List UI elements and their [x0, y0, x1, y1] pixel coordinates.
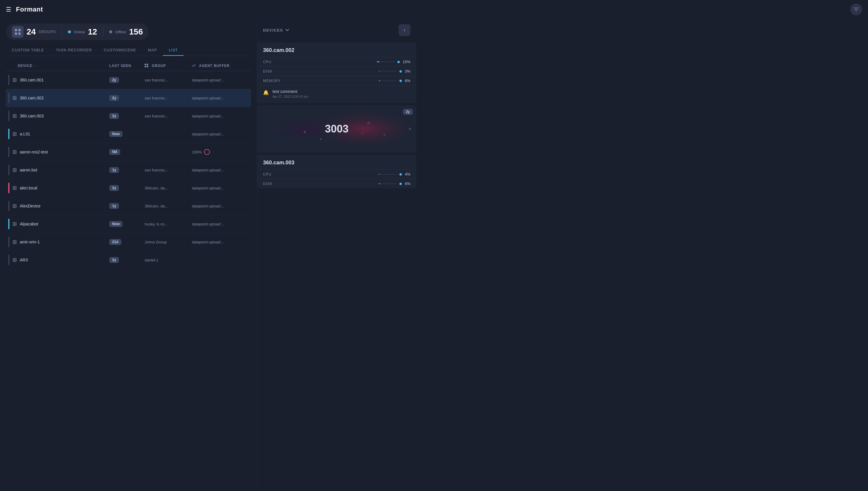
agent-cell: datapoint upload:...: [192, 114, 251, 118]
hamburger-icon[interactable]: ☰: [6, 6, 11, 13]
stat-name-disk: DISK: [263, 69, 273, 74]
last-seen-cell: 2y: [109, 257, 145, 263]
device-name-cell: ⊞ 360.cam.002: [6, 93, 109, 103]
stat-bar-container: 4%: [379, 172, 410, 176]
badge: 2y: [109, 257, 119, 263]
memory-bar-fill: [379, 80, 380, 81]
device-label: 360.cam.001: [20, 78, 44, 82]
tab-list[interactable]: LIST: [163, 45, 184, 56]
left-panel: 24 GROUPS Online 12 Offline 156 CUSTOM T…: [0, 19, 257, 491]
offline-label: Offline: [115, 30, 126, 34]
table-row[interactable]: ⊞ aaron-ros2-test 5M 100%: [6, 143, 251, 161]
device-name-cell: ⊞ 360.cam.003: [6, 111, 109, 121]
stats-offline: Offline 156: [103, 27, 143, 36]
svg-point-18: [384, 134, 385, 136]
device-label: AR3: [20, 258, 28, 262]
agent-cell: datapoint upload:...: [192, 78, 251, 82]
table-row[interactable]: ⊞ 360.cam.002 2y san francisc... datapoi…: [6, 89, 251, 107]
tab-map[interactable]: MAP: [142, 45, 163, 56]
device-icon: ⊞: [12, 239, 17, 245]
svg-rect-8: [147, 64, 148, 65]
comment-text: test comment: [273, 89, 308, 94]
stat-bar-container: 3%: [379, 69, 410, 74]
svg-rect-5: [15, 32, 17, 35]
col-last-seen: LAST SEEN: [109, 64, 145, 68]
filter-button[interactable]: [850, 3, 862, 16]
table-row[interactable]: ⊞ 360.cam.003 2y san francisc... datapoi…: [6, 107, 251, 125]
col-device[interactable]: DEVICE ↑: [6, 64, 109, 68]
device-label: aaron-ros2-test: [20, 150, 48, 154]
col-last-seen-label: LAST SEEN: [109, 64, 131, 68]
group-cell: 360cam, da...: [145, 204, 192, 208]
stats-bar: 24 GROUPS Online 12 Offline 156: [6, 24, 149, 40]
row-indicator: [8, 93, 9, 103]
agent-cell: 100%: [192, 149, 251, 155]
expand-arrow: ›: [403, 27, 405, 33]
table-row[interactable]: ⊞ 360.cam.001 2y san francisc... datapoi…: [6, 71, 251, 89]
online-label: Online: [74, 30, 85, 34]
device-name-cell: ⊞ AlexDevice: [6, 201, 109, 211]
last-seen-cell: 2y: [109, 77, 145, 83]
row-indicator: [8, 219, 9, 229]
chart-icon: [192, 64, 196, 68]
svg-point-19: [361, 133, 363, 134]
device-icon: ⊞: [12, 185, 17, 191]
tab-customscene[interactable]: CUSTOMSCENE: [98, 45, 142, 56]
tab-custom-table[interactable]: CUSTOM TABLE: [6, 45, 50, 56]
table-row[interactable]: ⊞ AR3 2y daniel-1: [6, 251, 251, 269]
table-row[interactable]: ⊞ alen.local 2y 360cam, da... datapoint …: [6, 179, 251, 197]
device-icon: ⊞: [12, 257, 17, 263]
badge: 1y: [109, 203, 119, 209]
row-indicator: [8, 111, 9, 121]
badge: 21d: [109, 239, 121, 245]
col-agent-label: AGENT BUFFER: [199, 64, 230, 68]
table-row[interactable]: ⊞ AlexDevice 1y 360cam, da... datapoint …: [6, 197, 251, 215]
stat-name-disk: DISK: [263, 182, 273, 186]
last-seen-cell: 2y: [109, 95, 145, 101]
agent-cell: datapoint upload:...: [192, 204, 251, 208]
device-name-cell: ⊞ 360.cam.001: [6, 75, 109, 85]
cpu-dot: [397, 61, 400, 63]
device-label: a.t.01: [20, 132, 30, 136]
last-seen-cell: 2y: [109, 113, 145, 119]
badge: 1y: [109, 167, 119, 173]
disk-bar: [379, 183, 396, 184]
svg-point-16: [409, 128, 411, 130]
groups-count: 24: [27, 27, 36, 36]
device-icon: ⊞: [12, 203, 17, 209]
disk-value: 6%: [405, 181, 410, 186]
table-row[interactable]: ⊞ Alpacabot Now husky, ls co... datapoin…: [6, 215, 251, 233]
row-indicator: [8, 255, 9, 265]
device-label: 360.cam.003: [20, 114, 44, 118]
disk-dot: [399, 183, 402, 185]
device-label: Alpacabot: [20, 222, 38, 226]
cpu-dot: [399, 173, 402, 176]
cpu-bar: [377, 61, 394, 62]
svg-rect-4: [18, 29, 21, 31]
badge: 2y: [109, 77, 119, 83]
app-logo: Formant: [16, 6, 43, 13]
table-row[interactable]: ⊞ amir-orin-1 21d Johns Group datapoint …: [6, 233, 251, 251]
group-icon: [145, 64, 149, 68]
viz-card: 2y 3003: [257, 105, 416, 152]
offline-count: 156: [129, 27, 143, 36]
device-label: amir-orin-1: [20, 239, 40, 244]
table-row[interactable]: ⊞ a.t.01 Now datapoint upload:...: [6, 125, 251, 143]
devices-label: DEVICES: [263, 28, 283, 32]
disk-bar-fill: [379, 71, 380, 72]
devices-title[interactable]: DEVICES: [263, 28, 289, 32]
last-seen-cell: 2y: [109, 185, 145, 191]
agent-cell: datapoint upload:...: [192, 240, 251, 244]
device-name-cell: ⊞ Alpacabot: [6, 219, 109, 229]
cpu-bar: [379, 174, 396, 175]
online-dot: [68, 30, 71, 33]
tab-task-recorder[interactable]: TASK-RECORDER: [50, 45, 98, 56]
header-left: ☰ Formant: [6, 6, 43, 13]
stat-name-cpu: CPU: [263, 172, 271, 176]
table-row[interactable]: ⊞ aaron.bot 1y san francisc... datapoint…: [6, 161, 251, 179]
expand-button[interactable]: ›: [398, 24, 410, 36]
group-cell: san francisc...: [145, 114, 192, 118]
circle-indicator: [204, 149, 210, 155]
svg-point-14: [304, 131, 306, 133]
col-agent-buffer: AGENT BUFFER: [192, 64, 251, 68]
